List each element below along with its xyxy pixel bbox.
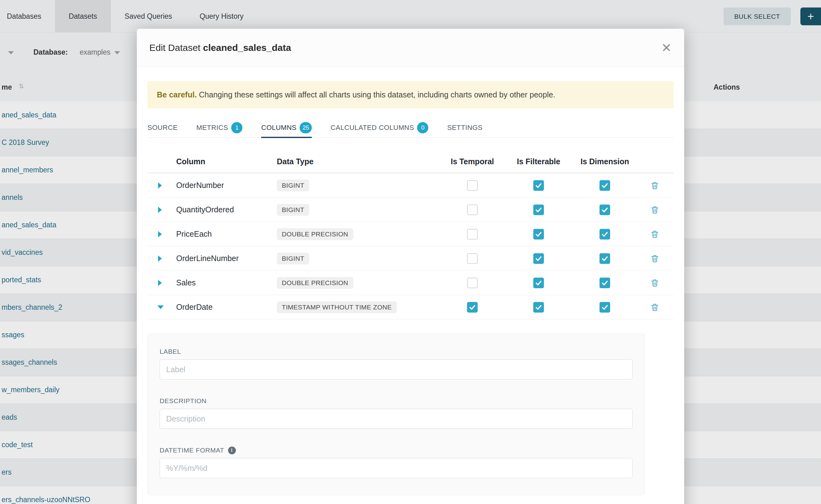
tab-calculated-columns[interactable]: CALCULATED COLUMNS0 xyxy=(330,118,428,138)
tab-count-badge: 0 xyxy=(417,122,428,133)
warning-bold: Be careful. xyxy=(157,90,197,99)
modal-header: Edit Dataset cleaned_sales_data ✕ xyxy=(137,29,684,67)
info-icon[interactable]: i xyxy=(228,447,236,454)
close-icon[interactable]: ✕ xyxy=(661,42,672,54)
warning-banner: Be careful. Changing these settings will… xyxy=(147,81,674,108)
modal-title-dataset-name: cleaned_sales_data xyxy=(203,42,291,53)
is-temporal-checkbox[interactable] xyxy=(467,180,478,191)
column-row: SalesDOUBLE PRECISION xyxy=(147,271,674,295)
tab-count-badge: 25 xyxy=(299,122,312,133)
datetime-format-field-group: DATETIME FORMAT i xyxy=(160,446,633,478)
column-editor-panel: LABEL DESCRIPTION DATETIME FORMAT i xyxy=(147,334,645,495)
delete-column-icon[interactable] xyxy=(650,181,660,190)
column-row: OrderDateTIMESTAMP WITHOUT TIME ZONE xyxy=(147,295,674,319)
is-temporal-checkbox[interactable] xyxy=(467,302,478,313)
is-filterable-checkbox[interactable] xyxy=(533,278,544,288)
tab-label: SETTINGS xyxy=(447,124,482,132)
data-type-pill: BIGINT xyxy=(277,253,309,264)
header-column: Column xyxy=(174,157,277,166)
expand-caret-icon[interactable] xyxy=(158,231,162,237)
delete-column-icon[interactable] xyxy=(650,205,660,215)
columns-table-header: Column Data Type Is Temporal Is Filterab… xyxy=(147,150,674,173)
datetime-format-label: DATETIME FORMAT xyxy=(160,446,224,454)
column-row: OrderLineNumberBIGINT xyxy=(147,246,674,271)
header-is-temporal: Is Temporal xyxy=(439,157,506,166)
is-dimension-checkbox[interactable] xyxy=(600,253,610,264)
column-row: QuantityOrderedBIGINT xyxy=(147,198,674,222)
data-type-pill: DOUBLE PRECISION xyxy=(277,277,353,289)
tab-count-badge: 1 xyxy=(231,122,242,133)
is-dimension-checkbox[interactable] xyxy=(600,229,610,240)
column-name: OrderDate xyxy=(174,303,277,312)
expand-caret-icon[interactable] xyxy=(158,207,162,213)
header-is-filterable: Is Filterable xyxy=(506,157,572,166)
is-dimension-checkbox[interactable] xyxy=(600,205,610,215)
column-name: Sales xyxy=(174,278,277,287)
column-name: PriceEach xyxy=(174,230,277,239)
description-field-group: DESCRIPTION xyxy=(160,397,633,429)
modal-tabs: SOURCEMETRICS1COLUMNS25CALCULATED COLUMN… xyxy=(147,118,674,138)
label-field-label: LABEL xyxy=(160,348,633,356)
is-temporal-checkbox[interactable] xyxy=(467,253,478,264)
is-dimension-checkbox[interactable] xyxy=(600,278,610,288)
edit-dataset-modal: Edit Dataset cleaned_sales_data ✕ Be car… xyxy=(137,29,684,504)
description-input[interactable] xyxy=(160,409,633,429)
data-type-pill: TIMESTAMP WITHOUT TIME ZONE xyxy=(277,301,397,313)
expand-caret-icon[interactable] xyxy=(158,182,162,189)
is-filterable-checkbox[interactable] xyxy=(533,180,544,191)
modal-title-prefix: Edit Dataset xyxy=(149,42,200,53)
column-row: OrderNumberBIGINT xyxy=(147,173,674,198)
tab-settings[interactable]: SETTINGS xyxy=(447,118,482,138)
data-type-pill: BIGINT xyxy=(277,204,309,216)
is-temporal-checkbox[interactable] xyxy=(467,229,478,240)
columns-table-body: OrderNumberBIGINTQuantityOrderedBIGINTPr… xyxy=(147,173,674,319)
delete-column-icon[interactable] xyxy=(650,254,660,263)
warning-text: Changing these settings will affect all … xyxy=(199,90,556,99)
is-filterable-checkbox[interactable] xyxy=(533,205,544,215)
is-temporal-checkbox[interactable] xyxy=(467,205,478,215)
collapse-caret-icon[interactable] xyxy=(157,305,164,309)
datetime-format-input[interactable] xyxy=(160,458,633,478)
is-filterable-checkbox[interactable] xyxy=(533,253,544,264)
label-field-group: LABEL xyxy=(160,348,633,379)
delete-column-icon[interactable] xyxy=(650,278,660,288)
column-name: OrderLineNumber xyxy=(174,254,277,263)
data-type-pill: BIGINT xyxy=(277,180,309,191)
data-type-pill: DOUBLE PRECISION xyxy=(277,228,353,240)
is-dimension-checkbox[interactable] xyxy=(600,302,610,313)
label-input[interactable] xyxy=(160,359,633,379)
delete-column-icon[interactable] xyxy=(650,230,660,239)
tab-metrics[interactable]: METRICS1 xyxy=(196,118,243,138)
tab-label: METRICS xyxy=(196,124,228,132)
column-name: QuantityOrdered xyxy=(174,205,277,214)
is-dimension-checkbox[interactable] xyxy=(600,180,610,191)
column-name: OrderNumber xyxy=(174,181,277,190)
expand-caret-icon[interactable] xyxy=(158,280,162,286)
tab-label: SOURCE xyxy=(147,124,178,132)
is-filterable-checkbox[interactable] xyxy=(533,302,544,313)
delete-column-icon[interactable] xyxy=(650,303,660,312)
tab-label: COLUMNS xyxy=(261,124,296,132)
header-is-dimension: Is Dimension xyxy=(572,157,638,166)
header-data-type: Data Type xyxy=(277,157,439,166)
tab-source[interactable]: SOURCE xyxy=(147,118,178,138)
is-temporal-checkbox[interactable] xyxy=(467,278,478,288)
modal-title: Edit Dataset cleaned_sales_data xyxy=(149,42,291,53)
column-row: PriceEachDOUBLE PRECISION xyxy=(147,222,674,246)
expand-caret-icon[interactable] xyxy=(158,255,162,262)
tab-label: CALCULATED COLUMNS xyxy=(330,124,414,132)
is-filterable-checkbox[interactable] xyxy=(533,229,544,240)
tab-columns[interactable]: COLUMNS25 xyxy=(261,118,312,138)
modal-body: Be careful. Changing these settings will… xyxy=(137,67,684,504)
description-field-label: DESCRIPTION xyxy=(160,397,633,405)
